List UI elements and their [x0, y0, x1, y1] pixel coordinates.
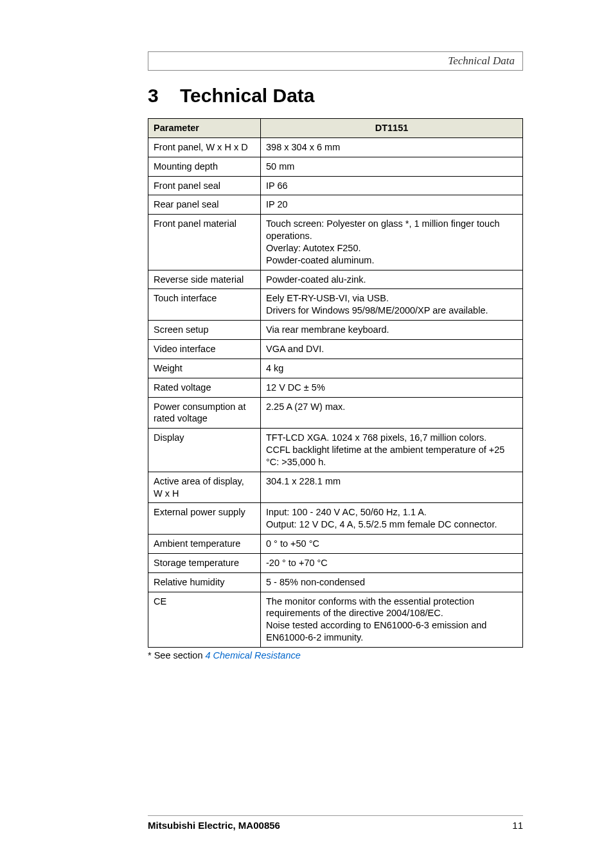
- table-row: Screen setupVia rear membrane keyboard.: [148, 321, 523, 340]
- cell-value: 398 x 304 x 6 mm: [261, 137, 523, 157]
- table-row: Power consumption at rated voltage2.25 A…: [148, 397, 523, 429]
- cell-value: Input: 100 - 240 V AC, 50/60 Hz, 1.1 A. …: [261, 503, 523, 535]
- cell-value: IP 20: [261, 195, 523, 215]
- cell-parameter: Reverse side material: [148, 270, 261, 289]
- footer-page-number: 11: [512, 820, 523, 831]
- section-heading: 3 Technical Data: [148, 85, 523, 107]
- table-row: Reverse side materialPowder-coated alu-z…: [148, 270, 523, 289]
- cell-value: 50 mm: [261, 157, 523, 176]
- cell-parameter: Front panel material: [148, 215, 261, 270]
- cell-value: 5 - 85% non-condensed: [261, 572, 523, 592]
- cell-value: -20 ° to +70 °C: [261, 553, 523, 572]
- cell-parameter: Front panel, W x H x D: [148, 137, 261, 157]
- cell-value: VGA and DVI.: [261, 339, 523, 359]
- cell-parameter: Front panel seal: [148, 176, 261, 195]
- cell-value: TFT-LCD XGA. 1024 x 768 pixels, 16,7 mil…: [261, 429, 523, 472]
- header-title-text: Technical Data: [448, 55, 515, 67]
- table-row: Active area of display, W x H304.1 x 228…: [148, 472, 523, 503]
- section-title: Technical Data: [180, 85, 315, 107]
- table-row: Mounting depth50 mm: [148, 157, 523, 176]
- footnote: * See section 4 Chemical Resistance: [148, 650, 523, 660]
- footnote-link[interactable]: 4 Chemical Resistance: [205, 650, 300, 660]
- footer-doc-id: Mitsubishi Electric, MA00856: [148, 820, 280, 831]
- cell-parameter: Touch interface: [148, 289, 261, 321]
- table-row: External power supplyInput: 100 - 240 V …: [148, 503, 523, 535]
- table-row: Rated voltage12 V DC ± 5%: [148, 378, 523, 397]
- cell-parameter: Ambient temperature: [148, 535, 261, 554]
- cell-parameter: Active area of display, W x H: [148, 472, 261, 503]
- table-row: Ambient temperature0 ° to +50 °C: [148, 535, 523, 554]
- header-parameter: Parameter: [148, 119, 261, 138]
- cell-value: IP 66: [261, 176, 523, 195]
- table-row: Storage temperature-20 ° to +70 °C: [148, 553, 523, 572]
- cell-value: 0 ° to +50 °C: [261, 535, 523, 554]
- section-number: 3: [148, 85, 180, 107]
- page-footer: Mitsubishi Electric, MA00856 11: [148, 815, 523, 831]
- cell-value: Powder-coated alu-zink.: [261, 270, 523, 289]
- cell-value: Via rear membrane keyboard.: [261, 321, 523, 340]
- table-row: Front panel, W x H x D398 x 304 x 6 mm: [148, 137, 523, 157]
- technical-data-table: Parameter DT1151 Front panel, W x H x D3…: [148, 118, 523, 648]
- cell-parameter: Screen setup: [148, 321, 261, 340]
- cell-parameter: Video interface: [148, 339, 261, 359]
- cell-value: 12 V DC ± 5%: [261, 378, 523, 397]
- cell-parameter: Display: [148, 429, 261, 472]
- table-row: CEThe monitor conforms with the essentia…: [148, 592, 523, 647]
- header-model: DT1151: [261, 119, 523, 138]
- cell-parameter: Rear panel seal: [148, 195, 261, 215]
- cell-value: 4 kg: [261, 359, 523, 378]
- cell-value: Eely ET-RY-USB-VI, via USB. Drivers for …: [261, 289, 523, 321]
- cell-parameter: CE: [148, 592, 261, 647]
- table-row: Touch interfaceEely ET-RY-USB-VI, via US…: [148, 289, 523, 321]
- table-header-row: Parameter DT1151: [148, 119, 523, 138]
- footnote-prefix: * See section: [148, 650, 205, 660]
- cell-parameter: Mounting depth: [148, 157, 261, 176]
- cell-value: 304.1 x 228.1 mm: [261, 472, 523, 503]
- cell-parameter: Storage temperature: [148, 553, 261, 572]
- table-row: Front panel sealIP 66: [148, 176, 523, 195]
- cell-parameter: Weight: [148, 359, 261, 378]
- cell-parameter: Rated voltage: [148, 378, 261, 397]
- cell-parameter: Relative humidity: [148, 572, 261, 592]
- cell-value: The monitor conforms with the essential …: [261, 592, 523, 647]
- cell-parameter: Power consumption at rated voltage: [148, 397, 261, 429]
- cell-value: 2.25 A (27 W) max.: [261, 397, 523, 429]
- cell-value: Touch screen: Polyester on glass *, 1 mi…: [261, 215, 523, 270]
- cell-parameter: External power supply: [148, 503, 261, 535]
- table-row: Rear panel sealIP 20: [148, 195, 523, 215]
- table-row: Front panel materialTouch screen: Polyes…: [148, 215, 523, 270]
- table-row: Weight4 kg: [148, 359, 523, 378]
- header-category: Technical Data: [148, 51, 523, 71]
- table-row: Relative humidity5 - 85% non-condensed: [148, 572, 523, 592]
- table-row: Video interfaceVGA and DVI.: [148, 339, 523, 359]
- table-row: DisplayTFT-LCD XGA. 1024 x 768 pixels, 1…: [148, 429, 523, 472]
